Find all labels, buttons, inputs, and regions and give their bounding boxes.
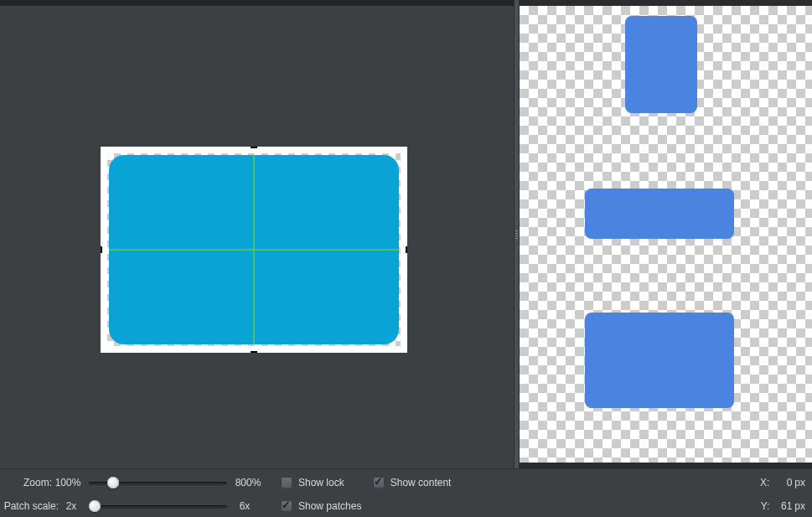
cursor-x-unit: px (794, 477, 805, 489)
stretch-marker-left[interactable] (101, 246, 102, 253)
show-lock-label: Show lock (298, 477, 344, 489)
zoom-min-label: 100% (52, 477, 84, 489)
patch-scale-max-label: 6x (232, 500, 257, 512)
zoom-slider-knob[interactable] (107, 477, 119, 489)
preview-top-gutter (520, 0, 812, 6)
show-content-label: Show content (390, 477, 452, 489)
cursor-y-label: Y: (758, 500, 769, 512)
patch-scale-slider[interactable] (89, 500, 227, 512)
preview-sample-large (585, 313, 734, 408)
preview-bottom-gutter (520, 463, 812, 468)
cursor-x-label: X: (758, 477, 769, 489)
show-patches-label: Show patches (298, 500, 361, 512)
preview-sample-wide (585, 189, 734, 239)
app-root: Zoom: 100% 800% Show lock Show content X… (0, 0, 812, 517)
vertical-guide[interactable] (253, 155, 255, 344)
checkbox-icon (281, 477, 292, 489)
ninepatch-canvas[interactable] (101, 147, 407, 353)
checkbox-icon (373, 477, 385, 489)
show-lock-checkbox[interactable]: Show lock (281, 477, 344, 489)
workspace (0, 0, 812, 468)
preview-sample-tall (625, 16, 697, 113)
stretch-marker-top[interactable] (251, 147, 257, 148)
patch-scale-min-label: 2x (59, 500, 84, 512)
patch-scale-slider-knob[interactable] (89, 500, 101, 512)
cursor-y-readout: Y: 61 px (758, 494, 805, 517)
ninepatch-editor[interactable] (0, 0, 514, 468)
preview-pane[interactable] (520, 0, 812, 468)
stretch-marker-bottom[interactable] (251, 351, 257, 353)
cursor-y-unit: px (794, 500, 805, 512)
control-row-1: Zoom: 100% 800% Show lock Show content X… (0, 471, 812, 494)
control-bar: Zoom: 100% 800% Show lock Show content X… (0, 468, 812, 517)
zoom-slider[interactable] (89, 477, 227, 489)
show-content-checkbox[interactable]: Show content (373, 477, 452, 489)
cursor-x-value: 0 (772, 477, 792, 489)
show-patches-checkbox[interactable]: Show patches (281, 500, 361, 512)
splitter-grip-icon (515, 230, 518, 239)
patch-scale-label: Patch scale: (0, 500, 59, 512)
editor-top-gutter (0, 0, 514, 6)
cursor-x-readout: X: 0 px (758, 471, 805, 494)
zoom-max-label: 800% (232, 477, 264, 489)
pane-splitter[interactable] (514, 0, 520, 468)
zoom-label: Zoom: (0, 477, 52, 489)
cursor-y-value: 61 (772, 500, 792, 512)
checkbox-icon (281, 500, 292, 512)
stretch-marker-right[interactable] (406, 246, 407, 253)
control-row-2: Patch scale: 2x 6x Show patches Y: 61 px (0, 494, 812, 517)
patch-scale-slider-track (89, 505, 227, 509)
